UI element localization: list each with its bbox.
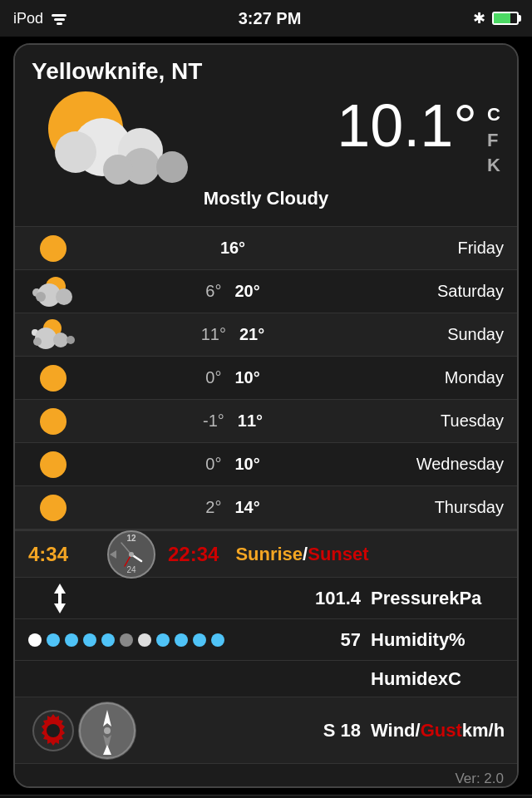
forecast-low-sun: 11° [201,325,226,344]
forecast-temps-sat: 6° 20° [78,282,387,301]
forecast-icon-fri [28,232,78,265]
forecast-row: 16° Friday [15,226,517,269]
forecast-low-thu: 2° [205,498,221,517]
humidity-value: 57 [341,629,361,651]
svg-text:12: 12 [126,534,136,543]
forecast-high-sun: 21° [239,325,264,344]
settings-icon-area[interactable] [28,709,78,752]
sunrise-time: 4:34 [28,543,95,566]
temp-unit-area: 10.1° C F K [337,96,500,179]
svg-rect-10 [58,593,62,604]
forecast-day-tue: Tuesday [387,411,504,431]
forecast-high-tue: 11° [238,411,263,431]
forecast-low-wed: 0° [205,455,221,474]
wind-unit: km/h [462,720,505,741]
hdot [101,633,115,647]
hdot [47,633,60,647]
forecast-day-thu: Thursday [387,498,504,517]
forecast-high-mon: 10° [234,368,259,387]
version-text: Ver: 2.0 [455,771,504,787]
hdot [156,633,170,647]
forecast-row: 2° 14° Thursday [15,485,517,529]
forecast-icon-sun [28,318,78,352]
settings-icon[interactable] [32,709,75,752]
current-weather-row: 10.1° C F K [32,91,500,183]
wind-value: S 18 [143,720,371,741]
wind-text: Wind/ [371,720,421,741]
hdot [211,633,224,647]
device-label: iPod [13,10,43,27]
forecast-row: 6° 20° Saturday [15,269,517,313]
unit-k[interactable]: K [487,153,500,179]
unit-f[interactable]: F [487,128,500,154]
forecast-row: 0° 10° Wednesday [15,442,517,485]
forecast-temps-fri: 16° [78,239,387,258]
weather-header: Yellowknife, NT 10.1° C F [15,45,517,226]
hdot [193,633,206,647]
forecast-section: 16° Friday 6° 20° Saturday [15,226,517,529]
wind-compass [78,702,136,760]
forecast-day-mon: Monday [387,368,504,387]
forecast-temps-sun: 11° 21° [78,325,387,344]
pressure-label: PressurekPa [371,588,504,609]
forecast-low-sat: 6° [205,282,221,301]
forecast-row: 11° 21° Sunday [15,313,517,356]
forecast-icon-sat [28,275,78,308]
forecast-high-wed: 10° [234,455,259,474]
forecast-day-sat: Saturday [387,282,504,301]
forecast-temps-thu: 2° 14° [78,498,387,517]
wind-label: Wind/Gustkm/h [371,720,504,741]
humidity-dots [28,633,341,647]
sunset-time: 22:34 [168,543,219,566]
gust-text: Gust [421,720,462,741]
unit-selector[interactable]: C F K [487,102,500,179]
forecast-icon-thu [28,491,78,525]
battery-icon [492,10,519,27]
hdot [65,633,78,647]
weather-icon [32,91,198,183]
sunrise-row: 4:34 12 24 22:34 [15,530,517,577]
bluetooth-icon: ✱ [473,9,485,27]
svg-marker-8 [54,584,66,594]
humidex-label: HumidexC [371,668,504,690]
svg-point-6 [129,552,134,557]
condition-text: Mostly Cloudy [32,183,500,218]
hdot [28,633,42,647]
forecast-icon-mon [28,362,78,395]
svg-text:24: 24 [126,565,136,574]
forecast-icon-tue [28,405,78,438]
svg-marker-9 [54,603,66,613]
info-section: 4:34 12 24 22:34 [15,529,517,788]
status-left: iPod [13,10,66,27]
status-bar: iPod 3:27 PM ✱ [0,0,532,37]
forecast-icon-wed [28,448,78,481]
forecast-row: 0° 10° Monday [15,356,517,399]
status-time: 3:27 PM [239,9,302,28]
forecast-high-thu: 14° [234,498,259,517]
wind-row: S 18 Wind/Gustkm/h [15,697,517,763]
pressure-arrow [28,582,91,615]
humidity-row: 57 Humidity% [15,618,517,660]
hdot [83,633,96,647]
hdot [175,633,188,647]
forecast-high-fri: 16° [220,239,245,258]
svg-point-17 [104,727,111,734]
city-name: Yellowknife, NT [32,58,500,85]
forecast-temps-tue: -1° 11° [78,411,387,431]
forecast-day-wed: Wednesday [387,455,504,474]
forecast-day-sun: Sunday [387,325,504,344]
forecast-day-fri: Friday [387,239,504,258]
footer-row: Ver: 2.0 [15,763,517,788]
humidity-label: Humidity% [371,629,504,651]
humidex-row: HumidexC [15,660,517,697]
forecast-low-tue: -1° [203,411,224,431]
forecast-high-sat: 20° [234,282,259,301]
pressure-row: 101.4 PressurekPa [15,577,517,618]
unit-c[interactable]: C [487,102,500,128]
bottom-bar: Observed: 3:00 PM MDT Refreshed 15:27 [0,795,532,798]
app-container: Yellowknife, NT 10.1° C F [13,43,519,788]
hdot [120,633,133,647]
sunrise-label: Sunrise [235,544,303,565]
pressure-value: 101.4 [91,588,371,609]
temperature-display: 10.1° [337,96,477,155]
